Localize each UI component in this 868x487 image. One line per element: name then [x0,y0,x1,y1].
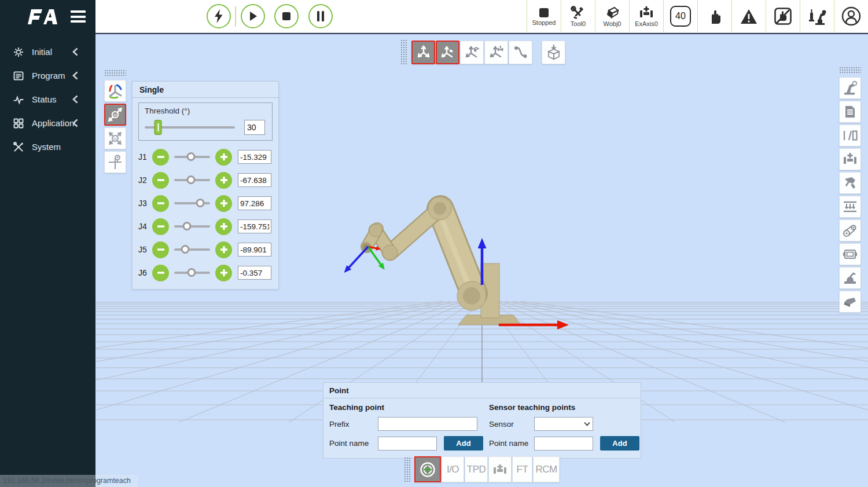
j5-minus-button[interactable] [152,241,169,258]
j3-plus-button[interactable] [215,195,232,212]
palette-drag-handle[interactable] [104,69,126,76]
j4-minus-button[interactable] [152,218,169,235]
j1-slider-handle[interactable] [187,152,196,161]
add-sensor-point-button[interactable]: Add [600,436,639,451]
palette-drag-handle[interactable] [839,67,861,74]
workpiece-button[interactable] [839,291,861,313]
multi-jog-button[interactable]: M [104,127,126,149]
robot-tool-button[interactable] [839,77,861,99]
j1-slider[interactable] [174,156,210,158]
status-no-touch[interactable] [766,0,800,32]
joint-label: J4 [138,222,152,231]
j2-minus-button[interactable] [152,172,169,189]
trajectory-button[interactable] [509,41,532,64]
world-frame-button[interactable] [411,41,435,64]
j2-slider-handle[interactable] [187,175,196,184]
status-robot[interactable] [800,0,834,32]
status-user[interactable] [834,0,868,32]
status-label: Tool0 [571,20,586,27]
j4-plus-button[interactable] [215,218,232,235]
belt-drive-button[interactable] [839,219,861,241]
point-name-input[interactable] [378,437,437,451]
orientation-axes-button[interactable] [104,80,126,102]
conveyor-button[interactable] [839,196,861,218]
gripper-panel-button[interactable] [488,456,512,482]
fixture-button[interactable] [839,267,861,289]
status-wobj[interactable]: Wobj0 [595,0,629,32]
j6-slider-handle[interactable] [187,268,196,277]
button-label: RCM [535,464,557,475]
gripper-claw-button[interactable] [839,172,861,194]
tool-frame-button[interactable] [436,41,459,64]
j5-slider[interactable] [174,248,210,251]
j1-minus-button[interactable] [152,149,169,166]
external-axis-button[interactable] [839,148,861,170]
j3-slider-handle[interactable] [196,199,204,207]
main-sidebar: Initial Program Status Application [0,33,95,487]
status-manual-mode[interactable] [697,0,731,32]
power-button[interactable] [207,4,231,28]
multi-jog-icon: M [107,130,123,147]
j5-plus-button[interactable] [215,241,232,258]
status-speed[interactable]: 40 [663,0,697,32]
j6-minus-button[interactable] [152,265,169,281]
sidebar-item-system[interactable]: System [0,135,95,159]
j4-value-input[interactable] [238,219,271,233]
sidebar-item-status[interactable]: Status [0,87,95,111]
j5-slider-handle[interactable] [181,245,189,254]
ft-panel-button[interactable]: FT [512,456,532,482]
teach-point-button[interactable] [414,456,441,482]
menu-hamburger-icon[interactable] [71,10,86,23]
wobj-frame-button[interactable] [460,41,484,64]
sidebar-item-initial[interactable]: Initial [0,40,95,64]
status-alarm[interactable] [731,0,766,32]
plus-icon [219,199,229,208]
single-jog-button[interactable]: M [104,104,126,126]
sidebar-item-program[interactable]: Program [0,64,95,87]
j6-value-input[interactable] [238,266,271,280]
exaxis-frame-button[interactable] [484,41,508,64]
j6-plus-button[interactable] [215,265,232,281]
tpd-panel-button[interactable]: TPD [465,456,488,482]
io-button[interactable] [839,125,861,147]
threshold-slider[interactable] [145,126,235,129]
j4-slider-handle[interactable] [183,222,192,230]
workpiece-icon [843,294,858,309]
sensor-select[interactable] [534,417,593,431]
threshold-input[interactable] [244,120,265,135]
rcm-panel-button[interactable]: RCM [533,456,560,482]
j2-plus-button[interactable] [215,172,232,189]
warning-icon [740,9,757,24]
add-point-button[interactable]: Add [444,436,483,451]
robot-estop-icon [808,7,826,25]
viewport-3d[interactable]: M M Single Threshold (°) [95,33,868,487]
j1-plus-button[interactable] [215,149,232,166]
j2-slider[interactable] [174,179,210,181]
import-model-button[interactable] [542,41,565,64]
j6-slider[interactable] [174,272,210,274]
import-model-icon [546,44,561,60]
j4-slider[interactable] [174,225,210,228]
sidebar-item-application[interactable]: Application [0,111,95,135]
j3-slider[interactable] [174,202,210,204]
motor-button[interactable] [839,243,861,265]
toolbar-drag-handle[interactable] [404,457,411,482]
run-button[interactable] [241,4,265,28]
toolbar-drag-handle[interactable] [400,39,408,65]
j2-value-input[interactable] [238,173,271,187]
prefix-input[interactable] [378,417,477,431]
point-name-label: Point name [329,439,378,448]
j1-value-input[interactable] [238,150,271,164]
j5-value-input[interactable] [238,243,271,257]
status-tool[interactable]: Tool0 [561,0,595,32]
stop-button[interactable] [274,4,299,28]
j3-minus-button[interactable] [152,195,169,212]
io-panel-button[interactable]: I/O [442,456,464,482]
sensor-point-name-input[interactable] [534,437,593,451]
threshold-slider-handle[interactable] [155,120,162,135]
pause-button[interactable] [308,4,333,28]
file-button[interactable] [839,101,861,123]
status-exaxis[interactable]: ExAxis0 [629,0,663,32]
j3-value-input[interactable] [238,196,271,210]
position-pin-button[interactable] [104,151,126,173]
